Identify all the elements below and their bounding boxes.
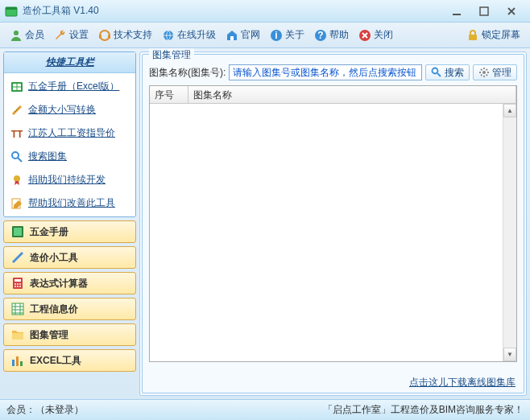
- quick-item-wage-guide[interactable]: TT江苏人工工资指导价: [4, 121, 135, 145]
- website-button[interactable]: 官网: [221, 27, 265, 43]
- help-button[interactable]: ?帮助: [309, 27, 354, 43]
- download-offline-link[interactable]: 点击这儿下载离线图集库: [409, 376, 516, 389]
- ruler-blue-icon: [10, 250, 25, 265]
- svg-text:?: ?: [317, 30, 323, 41]
- status-bar: 会员：（未登录） 「启点工作室」工程造价及BIM咨询服务专家！: [0, 399, 530, 420]
- medal-icon: [10, 174, 23, 187]
- svg-point-27: [17, 283, 19, 285]
- nav-pricing-tools[interactable]: 造价小工具: [3, 246, 136, 269]
- text-icon: TT: [10, 127, 23, 140]
- lock-icon: [466, 29, 479, 42]
- info-icon: i: [270, 29, 283, 42]
- svg-point-38: [482, 71, 486, 74]
- member-button[interactable]: 会员: [5, 27, 49, 43]
- svg-text:TT: TT: [11, 129, 23, 140]
- nav-expression-calc[interactable]: 表达式计算器: [3, 272, 136, 294]
- edit-icon: [10, 197, 23, 210]
- quick-panel-header: 快捷工具栏: [4, 52, 135, 73]
- nav-hardware-manual[interactable]: 五金手册: [3, 220, 136, 243]
- svg-rect-25: [14, 279, 21, 282]
- close-icon: [358, 29, 371, 42]
- sidebar: 快捷工具栏 五金手册（Excel版） 金额大小写转换 TT江苏人工工资指导价 搜…: [3, 51, 136, 396]
- svg-rect-9: [230, 36, 234, 40]
- status-member: 会员：（未登录）: [6, 403, 84, 417]
- svg-point-30: [17, 286, 19, 287]
- globe-icon: [162, 29, 175, 42]
- search-icon: [431, 67, 442, 78]
- bars-icon: [10, 353, 25, 368]
- nav-excel-tools[interactable]: EXCEL工具: [3, 349, 136, 372]
- help-icon: ?: [314, 29, 327, 42]
- col-name[interactable]: 图集名称: [188, 86, 516, 103]
- excel-icon: [10, 80, 23, 93]
- svg-point-29: [14, 286, 16, 287]
- upgrade-button[interactable]: 在线升级: [157, 27, 221, 43]
- svg-point-4: [14, 31, 19, 35]
- app-icon: [5, 5, 18, 18]
- minimize-button[interactable]: [443, 3, 470, 19]
- settings-button[interactable]: 设置: [49, 27, 93, 43]
- quick-item-amount-convert[interactable]: 金额大小写转换: [4, 98, 135, 121]
- quick-panel: 快捷工具栏 五金手册（Excel版） 金额大小写转换 TT江苏人工工资指导价 搜…: [3, 51, 136, 217]
- svg-rect-1: [6, 7, 17, 10]
- lock-button[interactable]: 锁定屏幕: [462, 27, 525, 43]
- close-button[interactable]: 关闭: [354, 27, 398, 43]
- wrench-icon: [54, 29, 67, 42]
- svg-rect-34: [12, 360, 14, 366]
- search-icon: [10, 150, 23, 163]
- svg-rect-23: [14, 228, 22, 236]
- search-input[interactable]: [229, 64, 422, 80]
- ruler-icon: [10, 104, 23, 117]
- vertical-scrollbar[interactable]: ▲ ▼: [503, 104, 516, 361]
- user-icon: [10, 29, 23, 42]
- gear-icon: [478, 67, 490, 78]
- nav-atlas-manage[interactable]: 图集管理: [3, 323, 136, 346]
- panel-legend: 图集管理: [149, 48, 194, 62]
- atlas-table: 序号 图集名称 ▲ ▼: [149, 85, 517, 362]
- quick-item-hardware-excel[interactable]: 五金手册（Excel版）: [4, 75, 135, 98]
- search-label: 图集名称(图集号):: [149, 66, 226, 80]
- home-icon: [226, 29, 238, 42]
- quick-item-donate[interactable]: 捐助我们持续开发: [4, 168, 135, 191]
- main-toolbar: 会员 设置 技术支持 在线升级 官网 i关于 ?帮助 关闭 锁定屏幕: [0, 23, 530, 48]
- close-window-button[interactable]: [498, 3, 525, 19]
- svg-rect-36: [20, 361, 23, 366]
- book-green-icon: [10, 224, 25, 239]
- titlebar: 造价工具箱 V1.40: [0, 0, 530, 23]
- table-header: 序号 图集名称: [150, 86, 516, 104]
- svg-point-19: [12, 152, 19, 159]
- svg-point-37: [433, 68, 438, 74]
- col-index[interactable]: 序号: [150, 86, 188, 103]
- svg-rect-3: [480, 7, 488, 15]
- main-panel: 图集管理 图集名称(图集号): 搜索 管理 序号 图集名称 ▲ ▼ 点击这儿下载…: [139, 51, 527, 396]
- maximize-button[interactable]: [470, 3, 498, 19]
- quick-item-feedback[interactable]: 帮助我们改善此工具: [4, 191, 135, 215]
- svg-rect-2: [453, 14, 461, 15]
- search-row: 图集名称(图集号): 搜索 管理: [143, 55, 524, 85]
- search-button[interactable]: 搜索: [425, 64, 470, 80]
- svg-rect-33: [12, 333, 23, 340]
- folder-icon: [10, 327, 25, 342]
- support-button[interactable]: 技术支持: [93, 27, 157, 43]
- nav-project-price[interactable]: 工程信息价: [3, 298, 136, 320]
- svg-point-20: [14, 175, 20, 182]
- svg-rect-6: [99, 35, 101, 39]
- manage-button[interactable]: 管理: [473, 64, 517, 80]
- calculator-icon: [10, 276, 25, 290]
- scroll-up-button[interactable]: ▲: [503, 104, 516, 117]
- quick-item-search-atlas[interactable]: 搜索图集: [4, 145, 135, 168]
- spreadsheet-icon: [10, 302, 25, 316]
- svg-point-31: [19, 286, 21, 287]
- scroll-down-button[interactable]: ▼: [503, 348, 516, 361]
- about-button[interactable]: i关于: [265, 27, 309, 43]
- svg-rect-7: [108, 35, 110, 39]
- svg-rect-35: [16, 356, 19, 366]
- svg-point-28: [19, 283, 21, 285]
- window-title: 造价工具箱 V1.40: [23, 4, 443, 18]
- status-brand: 「启点工作室」工程造价及BIM咨询服务专家！: [323, 403, 524, 417]
- svg-rect-15: [469, 35, 477, 40]
- svg-point-26: [14, 283, 16, 285]
- headset-icon: [98, 29, 111, 42]
- svg-text:i: i: [275, 30, 277, 41]
